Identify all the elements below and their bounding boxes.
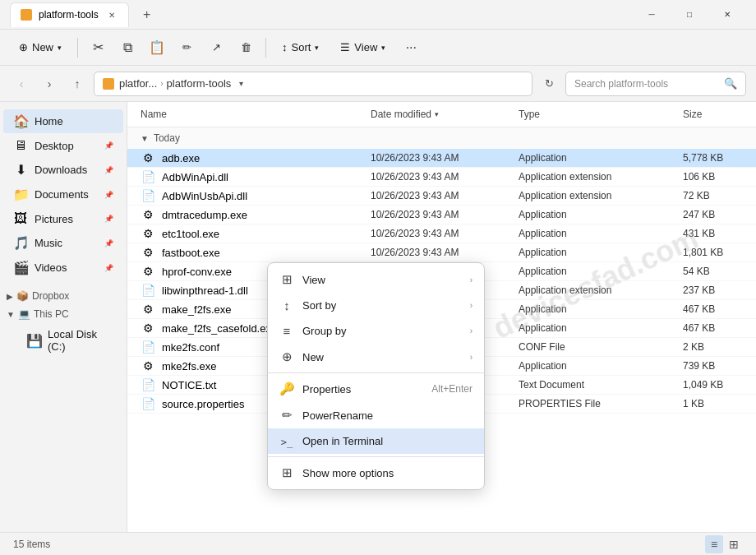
view-label: View [354, 41, 377, 53]
file-size: 1,049 KB [683, 379, 756, 391]
view-toggles: ≡ ⊞ [705, 535, 743, 553]
sidebar-section-thispc[interactable]: ▼ 💻 This PC [0, 305, 127, 323]
back-button[interactable]: ‹ [10, 72, 33, 95]
sidebar-home-label: Home [35, 115, 63, 127]
cut-button[interactable]: ✂ [85, 35, 111, 61]
col-header-date[interactable]: Date modified ▾ [371, 105, 519, 123]
context-menu-item-terminal[interactable]: >_ Open in Terminal [268, 428, 484, 454]
maximize-button[interactable]: □ [671, 2, 708, 27]
file-type-icon: ⚙ [141, 265, 155, 278]
list-view-toggle[interactable]: ≡ [705, 535, 723, 553]
search-box[interactable]: Search platform-tools 🔍 [565, 72, 746, 96]
ctx-item-icon: ⊕ [279, 349, 294, 364]
toolbar: ⊕ New ▾ ✂ ⧉ 📋 ✏ ↗ 🗑 ↕ Sort ▾ ☰ View ▾ ··… [0, 30, 756, 66]
file-type: Application extension [519, 171, 683, 183]
context-menu-item-group_by[interactable]: ≡ Group by › [268, 318, 484, 344]
file-type-icon: ⚙ [141, 359, 155, 372]
forward-button[interactable]: › [38, 72, 61, 95]
file-type-icon: ⚙ [141, 321, 155, 335]
sidebar-item-desktop[interactable]: 🖥 Desktop 📌 [3, 134, 123, 157]
content-area: devicesfad.com Name Date modified ▾ Type… [127, 102, 756, 532]
context-menu-item-sort_by[interactable]: ↕ Sort by › [268, 293, 484, 318]
sidebar-item-local-disk[interactable]: 💾 Local Disk (C:) [3, 324, 123, 357]
context-menu-separator [268, 372, 484, 373]
tab-platform-tools[interactable]: platform-tools ✕ [10, 2, 129, 27]
file-name: 📄 AdbWinUsbApi.dll [141, 189, 371, 202]
sidebar-item-documents[interactable]: 📁 Documents 📌 [3, 183, 123, 206]
table-row[interactable]: ⚙ adb.exe 10/26/2023 9:43 AM Application… [127, 149, 756, 168]
main-area: 🏠 Home 🖥 Desktop 📌 ⬇ Downloads 📌 📁 Docum… [0, 102, 756, 532]
toolbar-separator-2 [265, 38, 266, 58]
sidebar-item-videos[interactable]: 🎬 Videos 📌 [3, 256, 123, 280]
sort-icon: ↕ [282, 41, 288, 53]
sidebar-thispc-label: This PC [34, 308, 69, 320]
new-tab-button[interactable]: + [136, 3, 159, 26]
view-button[interactable]: ☰ View ▾ [331, 36, 394, 58]
context-menu-item-new[interactable]: ⊕ New › [268, 344, 484, 370]
context-menu-item-properties[interactable]: 🔑 Properties Alt+Enter [268, 376, 484, 402]
ctx-item-icon: ⊞ [279, 465, 294, 480]
table-row[interactable]: ⚙ etc1tool.exe 10/26/2023 9:43 AM Applic… [127, 224, 756, 243]
ctx-item-icon: >_ [279, 434, 294, 448]
up-button[interactable]: ↑ [66, 72, 89, 95]
ctx-item-label: Show more options [302, 467, 472, 479]
table-row[interactable]: ⚙ fastboot.exe 10/26/2023 9:43 AM Applic… [127, 243, 756, 262]
table-row[interactable]: ⚙ dmtracedump.exe 10/26/2023 9:43 AM App… [127, 206, 756, 224]
sidebar-item-music[interactable]: 🎵 Music 📌 [3, 231, 123, 255]
col-header-size[interactable]: Size [683, 105, 756, 123]
close-button[interactable]: ✕ [708, 2, 746, 27]
tab-close-button[interactable]: ✕ [105, 8, 118, 21]
context-menu-item-more[interactable]: ⊞ Show more options [268, 460, 484, 486]
ctx-item-label: Open in Terminal [302, 435, 472, 447]
file-type-icon: 📄 [141, 189, 155, 202]
address-bar: ‹ › ↑ platfor... › platform-tools ▾ ↻ Se… [0, 66, 756, 102]
file-type-icon: ⚙ [141, 246, 155, 259]
copy-button[interactable]: ⧉ [114, 35, 141, 61]
file-type: Application extension [519, 190, 683, 201]
file-size: 106 KB [683, 171, 756, 183]
file-size: 1 KB [683, 398, 756, 409]
documents-pin-icon: 📌 [104, 191, 113, 199]
ctx-item-arrow-icon: › [470, 275, 472, 284]
address-input[interactable]: platfor... › platform-tools ▾ [94, 72, 532, 96]
sort-label: Sort [292, 41, 311, 53]
address-parent: platfor... [119, 77, 157, 90]
sort-button[interactable]: ↕ Sort ▾ [273, 36, 328, 58]
thispc-expand-icon: ▼ [7, 310, 15, 319]
delete-button[interactable]: 🗑 [233, 35, 259, 61]
sidebar-music-label: Music [35, 237, 62, 249]
sidebar-item-home[interactable]: 🏠 Home [3, 109, 123, 133]
new-button[interactable]: ⊕ New ▾ [10, 36, 71, 58]
file-type: Application [519, 360, 683, 372]
downloads-pin-icon: 📌 [104, 166, 113, 174]
file-name: ⚙ dmtracedump.exe [141, 208, 371, 221]
table-row[interactable]: 📄 AdbWinApi.dll 10/26/2023 9:43 AM Appli… [127, 168, 756, 187]
share-button[interactable]: ↗ [203, 35, 229, 61]
sidebar-documents-label: Documents [35, 188, 89, 201]
sidebar-videos-label: Videos [35, 261, 67, 274]
table-row[interactable]: 📄 AdbWinUsbApi.dll 10/26/2023 9:43 AM Ap… [127, 187, 756, 206]
sidebar-section-dropbox[interactable]: ▶ 📦 Dropbox [0, 287, 127, 305]
sidebar-item-pictures[interactable]: 🖼 Pictures 📌 [3, 207, 123, 230]
sidebar-item-downloads[interactable]: ⬇ Downloads 📌 [3, 158, 123, 182]
paste-button[interactable]: 📋 [144, 35, 170, 61]
minimize-button[interactable]: ─ [633, 2, 671, 27]
more-options-button[interactable]: ··· [398, 35, 424, 61]
grid-view-toggle[interactable]: ⊞ [725, 535, 743, 553]
item-count: 15 items [13, 539, 50, 550]
col-header-name[interactable]: Name [141, 105, 371, 123]
pictures-icon: 🖼 [13, 211, 28, 226]
col-header-type[interactable]: Type [519, 105, 683, 123]
rename-button[interactable]: ✏ [173, 35, 200, 61]
address-dropdown-icon: ▾ [239, 79, 243, 88]
context-menu-item-view[interactable]: ⊞ View › [268, 266, 484, 293]
ctx-item-label: Sort by [302, 299, 462, 312]
refresh-button[interactable]: ↻ [537, 72, 560, 95]
desktop-icon: 🖥 [13, 138, 28, 153]
search-placeholder: Search platform-tools [574, 78, 719, 90]
file-date: 10/26/2023 9:43 AM [371, 209, 519, 220]
thispc-icon: 💻 [18, 308, 30, 320]
context-menu-item-powerrename[interactable]: ✏ PowerRename [268, 402, 484, 428]
address-text: platfor... › platform-tools [119, 77, 231, 90]
address-current: platform-tools [167, 77, 232, 90]
